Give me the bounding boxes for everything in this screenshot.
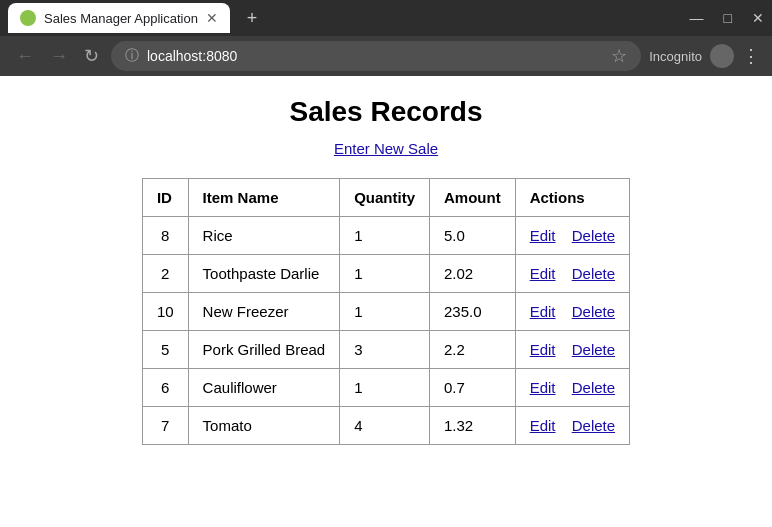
edit-button[interactable]: Edit: [530, 379, 556, 396]
delete-button[interactable]: Delete: [572, 341, 615, 358]
cell-id: 5: [142, 331, 188, 369]
cell-amount: 5.0: [430, 217, 516, 255]
sales-records-table: ID Item Name Quantity Amount Actions 8 R…: [142, 178, 630, 445]
cell-name: Pork Grilled Bread: [188, 331, 340, 369]
delete-button[interactable]: Delete: [572, 265, 615, 282]
cell-name: Rice: [188, 217, 340, 255]
cell-id: 8: [142, 217, 188, 255]
delete-button[interactable]: Delete: [572, 379, 615, 396]
edit-button[interactable]: Edit: [530, 265, 556, 282]
incognito-label: Incognito: [649, 49, 702, 64]
cell-actions: Edit Delete: [515, 369, 629, 407]
cell-quantity: 1: [340, 217, 430, 255]
nav-right: Incognito ⋮: [649, 44, 760, 68]
cell-amount: 1.32: [430, 407, 516, 445]
enter-new-sale-link[interactable]: Enter New Sale: [334, 140, 438, 157]
new-tab-button[interactable]: +: [238, 4, 266, 32]
table-row: 5 Pork Grilled Bread 3 2.2 Edit Delete: [142, 331, 629, 369]
browser-tab[interactable]: Sales Manager Application ✕: [8, 3, 230, 33]
cell-actions: Edit Delete: [515, 217, 629, 255]
table-row: 6 Cauliflower 1 0.7 Edit Delete: [142, 369, 629, 407]
cell-name: Tomato: [188, 407, 340, 445]
cell-amount: 0.7: [430, 369, 516, 407]
window-controls: — □ ✕: [690, 10, 764, 26]
minimize-button[interactable]: —: [690, 10, 704, 26]
table-row: 10 New Freezer 1 235.0 Edit Delete: [142, 293, 629, 331]
maximize-button[interactable]: □: [724, 10, 732, 26]
col-header-id: ID: [142, 179, 188, 217]
browser-window: Sales Manager Application ✕ + — □ ✕ ← → …: [0, 0, 772, 527]
enter-new-sale-link-container: Enter New Sale: [40, 140, 732, 158]
cell-actions: Edit Delete: [515, 407, 629, 445]
tab-close-icon[interactable]: ✕: [206, 10, 218, 26]
tab-title: Sales Manager Application: [44, 11, 198, 26]
col-header-actions: Actions: [515, 179, 629, 217]
cell-id: 10: [142, 293, 188, 331]
cell-quantity: 1: [340, 369, 430, 407]
tab-favicon-icon: [20, 10, 36, 26]
edit-button[interactable]: Edit: [530, 303, 556, 320]
cell-name: Toothpaste Darlie: [188, 255, 340, 293]
nav-bar: ← → ↻ ⓘ localhost:8080 ☆ Incognito ⋮: [0, 36, 772, 76]
cell-actions: Edit Delete: [515, 293, 629, 331]
bookmark-icon[interactable]: ☆: [611, 45, 627, 67]
edit-button[interactable]: Edit: [530, 227, 556, 244]
table-row: 2 Toothpaste Darlie 1 2.02 Edit Delete: [142, 255, 629, 293]
incognito-icon: [710, 44, 734, 68]
menu-dots-icon[interactable]: ⋮: [742, 45, 760, 67]
close-button[interactable]: ✕: [752, 10, 764, 26]
forward-button[interactable]: →: [46, 42, 72, 71]
reload-button[interactable]: ↻: [80, 41, 103, 71]
title-bar: Sales Manager Application ✕ + — □ ✕: [0, 0, 772, 36]
cell-actions: Edit Delete: [515, 255, 629, 293]
delete-button[interactable]: Delete: [572, 417, 615, 434]
cell-actions: Edit Delete: [515, 331, 629, 369]
delete-button[interactable]: Delete: [572, 227, 615, 244]
address-bar[interactable]: ⓘ localhost:8080 ☆: [111, 41, 641, 71]
cell-amount: 2.2: [430, 331, 516, 369]
back-button[interactable]: ←: [12, 42, 38, 71]
cell-quantity: 3: [340, 331, 430, 369]
cell-quantity: 1: [340, 255, 430, 293]
cell-amount: 2.02: [430, 255, 516, 293]
table-header-row: ID Item Name Quantity Amount Actions: [142, 179, 629, 217]
page-title: Sales Records: [40, 96, 732, 128]
col-header-item-name: Item Name: [188, 179, 340, 217]
col-header-amount: Amount: [430, 179, 516, 217]
lock-icon: ⓘ: [125, 47, 139, 65]
table-row: 8 Rice 1 5.0 Edit Delete: [142, 217, 629, 255]
col-header-quantity: Quantity: [340, 179, 430, 217]
address-text: localhost:8080: [147, 48, 237, 64]
cell-quantity: 1: [340, 293, 430, 331]
edit-button[interactable]: Edit: [530, 341, 556, 358]
cell-id: 6: [142, 369, 188, 407]
cell-amount: 235.0: [430, 293, 516, 331]
cell-name: New Freezer: [188, 293, 340, 331]
cell-id: 2: [142, 255, 188, 293]
cell-id: 7: [142, 407, 188, 445]
table-row: 7 Tomato 4 1.32 Edit Delete: [142, 407, 629, 445]
delete-button[interactable]: Delete: [572, 303, 615, 320]
cell-name: Cauliflower: [188, 369, 340, 407]
edit-button[interactable]: Edit: [530, 417, 556, 434]
cell-quantity: 4: [340, 407, 430, 445]
page-content: Sales Records Enter New Sale ID Item Nam…: [0, 76, 772, 527]
